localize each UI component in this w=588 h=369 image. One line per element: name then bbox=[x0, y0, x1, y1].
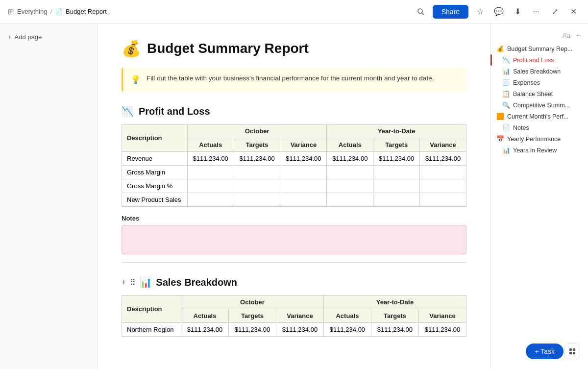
star-icon[interactable]: ☆ bbox=[473, 5, 487, 19]
ytd-actuals-cell bbox=[327, 166, 373, 179]
ytd-variance-cell: $111,234.00 bbox=[418, 323, 466, 337]
sidebar-item-icon-yearly-performance: 📅 bbox=[496, 135, 504, 143]
svg-rect-3 bbox=[573, 348, 575, 351]
sales-oct-actuals-header: Actuals bbox=[181, 309, 229, 323]
oct-targets-cell bbox=[234, 179, 280, 193]
desc-cell: New Product Sales bbox=[122, 193, 188, 207]
table-row: Northern Region $111,234.00 $111,234.00 … bbox=[122, 323, 466, 337]
sidebar-item-icon-sales-breakdown: 📊 bbox=[502, 68, 510, 75]
sidebar-right: Aa ← 💰Budget Summary Rep...📉Profit and L… bbox=[490, 24, 588, 369]
sidebar-collapse-button[interactable]: ← bbox=[575, 31, 582, 39]
desc-col-header: Description bbox=[122, 124, 188, 152]
sidebar-left: + Add page bbox=[0, 24, 98, 369]
sidebar-item-label-current-months-perf: Current Month's Perf... bbox=[507, 113, 568, 120]
sales-ytd-variance-header: Variance bbox=[418, 309, 466, 323]
page-title: Budget Summary Report bbox=[147, 41, 309, 56]
ytd-variance-cell bbox=[420, 179, 466, 193]
oct-actuals-cell: $111,234.00 bbox=[187, 152, 234, 166]
october-header: October bbox=[187, 124, 327, 138]
profit-loss-header: 📉 Profit and Loss bbox=[122, 105, 466, 117]
breadcrumb-root-icon: ⊞ bbox=[8, 7, 14, 16]
sidebar-item-label-yearly-performance: Yearly Performance bbox=[507, 136, 561, 143]
sales-breakdown-title: Sales Breakdown bbox=[156, 277, 237, 288]
plus-icon[interactable]: + bbox=[122, 278, 126, 287]
oct-variance-header: Variance bbox=[280, 138, 327, 152]
breadcrumb-root[interactable]: Everything bbox=[17, 8, 47, 15]
ytd-variance-cell bbox=[420, 193, 466, 207]
sidebar-item-label-expenses: Expenses bbox=[513, 79, 540, 86]
sidebar-item-yearly-performance[interactable]: 📅Yearly Performance bbox=[490, 133, 588, 145]
sidebar-item-expenses[interactable]: 🧾Expenses bbox=[490, 77, 588, 88]
task-button[interactable]: + Task bbox=[526, 344, 564, 359]
oct-targets-cell: $111,234.00 bbox=[234, 152, 280, 166]
sidebar-item-sales-breakdown[interactable]: 📊Sales Breakdown bbox=[490, 66, 588, 77]
info-text: Fill out the table with your business's … bbox=[147, 74, 434, 83]
oct-variance-cell: $111,234.00 bbox=[280, 152, 327, 166]
add-page-label: Add page bbox=[15, 33, 42, 41]
sales-october-header: October bbox=[181, 295, 324, 309]
ytd-actuals-cell bbox=[327, 193, 373, 207]
sidebar-item-balance-sheet[interactable]: 📋Balance Sheet bbox=[490, 88, 588, 99]
sales-breakdown-table: Description October Year-to-Date Actuals… bbox=[122, 295, 466, 337]
sales-desc-col-header: Description bbox=[122, 295, 181, 323]
profit-loss-table: Description October Year-to-Date Actuals… bbox=[122, 124, 466, 207]
close-icon[interactable]: ✕ bbox=[566, 5, 580, 19]
topbar-actions: Share ☆ 💬 ⬇ ··· ⤢ ✕ bbox=[414, 5, 580, 19]
ytd-actuals-cell: $111,234.00 bbox=[327, 152, 373, 166]
ytd-header: Year-to-Date bbox=[327, 124, 466, 138]
sidebar-item-label-notes: Notes bbox=[513, 124, 529, 131]
main-content: 💰 Budget Summary Report 💡 Fill out the t… bbox=[98, 24, 490, 369]
profit-loss-icon: 📉 bbox=[122, 105, 134, 117]
ytd-actuals-header: Actuals bbox=[327, 138, 373, 152]
sidebar-item-label-budget-summary: Budget Summary Rep... bbox=[507, 46, 572, 52]
drag-handle-icon[interactable]: ⠿ bbox=[130, 278, 136, 287]
comment-icon[interactable]: 💬 bbox=[492, 5, 506, 19]
sidebar-item-icon-profit-and-loss: 📉 bbox=[502, 56, 510, 64]
sidebar-item-icon-competitive-summ: 🔍 bbox=[502, 101, 510, 109]
topbar: ⊞ Everything / 📄 Budget Report Share ☆ 💬… bbox=[0, 0, 588, 24]
expand-icon[interactable]: ⤢ bbox=[548, 5, 562, 19]
sidebar-item-notes[interactable]: 📄Notes bbox=[490, 122, 588, 133]
download-icon[interactable]: ⬇ bbox=[511, 5, 524, 19]
search-icon[interactable] bbox=[414, 5, 428, 19]
ytd-targets-cell bbox=[373, 179, 420, 193]
breadcrumb: ⊞ Everything / 📄 Budget Report bbox=[8, 7, 107, 16]
notes-input-box[interactable] bbox=[122, 225, 466, 254]
sidebar-item-icon-years-in-review: 📊 bbox=[502, 147, 510, 154]
sales-ytd-header: Year-to-Date bbox=[323, 295, 466, 309]
ytd-variance-cell bbox=[420, 166, 466, 179]
sidebar-item-label-sales-breakdown: Sales Breakdown bbox=[513, 68, 561, 75]
ytd-targets-cell: $111,234.00 bbox=[371, 323, 418, 337]
desc-cell: Northern Region bbox=[122, 323, 181, 337]
sidebar-right-header: Aa ← bbox=[490, 29, 588, 43]
add-page-button[interactable]: + Add page bbox=[4, 31, 94, 43]
ytd-variance-header: Variance bbox=[420, 138, 466, 152]
svg-rect-2 bbox=[569, 348, 572, 351]
more-icon[interactable]: ··· bbox=[529, 5, 543, 19]
sidebar-item-label-years-in-review: Years in Review bbox=[513, 147, 557, 154]
ytd-targets-cell bbox=[373, 193, 420, 207]
oct-variance-cell bbox=[280, 179, 327, 193]
oct-actuals-cell: $111,234.00 bbox=[181, 323, 229, 337]
table-row: Gross Margin bbox=[122, 166, 466, 179]
oct-targets-cell bbox=[234, 193, 280, 207]
sidebar-item-label-profit-and-loss: Profit and Loss bbox=[513, 57, 554, 64]
ytd-targets-cell bbox=[373, 166, 420, 179]
svg-rect-4 bbox=[569, 352, 572, 354]
sidebar-item-label-competitive-summ: Competitive Summ... bbox=[513, 102, 570, 109]
svg-rect-5 bbox=[573, 352, 575, 354]
text-size-button[interactable]: Aa bbox=[563, 32, 570, 39]
sidebar-item-competitive-summ[interactable]: 🔍Competitive Summ... bbox=[490, 99, 588, 111]
sidebar-item-current-months-perf[interactable]: 🟧Current Month's Perf... bbox=[490, 111, 588, 122]
sidebar-item-budget-summary[interactable]: 💰Budget Summary Rep... bbox=[490, 43, 588, 54]
grid-view-button[interactable] bbox=[564, 344, 580, 359]
sidebar-item-label-balance-sheet: Balance Sheet bbox=[513, 91, 553, 98]
ytd-targets-cell: $111,234.00 bbox=[373, 152, 420, 166]
ytd-targets-header: Targets bbox=[373, 138, 420, 152]
page-header-icon: 💰 bbox=[122, 39, 141, 58]
sidebar-item-profit-and-loss[interactable]: 📉Profit and Loss bbox=[490, 54, 588, 66]
share-button[interactable]: Share bbox=[433, 5, 468, 19]
page-header: 💰 Budget Summary Report bbox=[122, 39, 466, 58]
sidebar-item-years-in-review[interactable]: 📊Years in Review bbox=[490, 145, 588, 156]
oct-variance-cell bbox=[280, 193, 327, 207]
